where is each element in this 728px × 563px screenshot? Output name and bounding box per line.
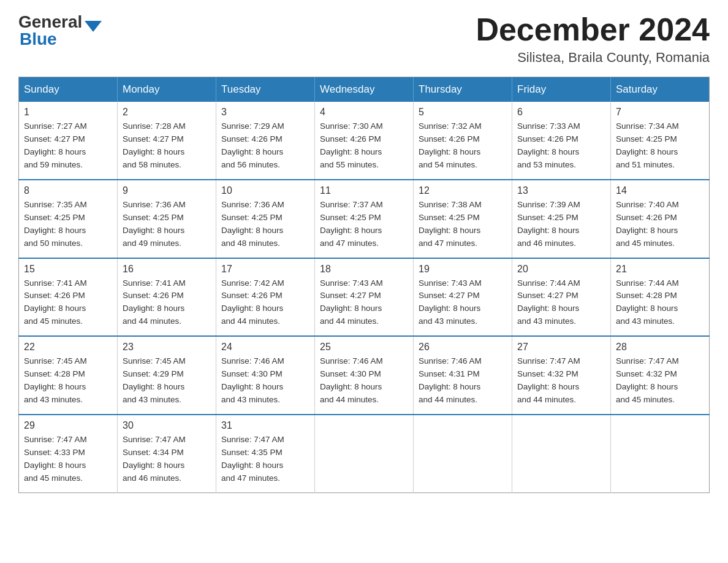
- day-number: 11: [320, 185, 408, 196]
- day-number: 5: [419, 107, 507, 118]
- day-number: 10: [221, 185, 309, 196]
- calendar-day-cell: 1 Sunrise: 7:27 AM Sunset: 4:27 PM Dayli…: [19, 102, 118, 180]
- calendar-day-cell: 6 Sunrise: 7:33 AM Sunset: 4:26 PM Dayli…: [512, 102, 611, 180]
- day-number: 22: [24, 342, 112, 353]
- day-info: Sunrise: 7:38 AM Sunset: 4:25 PM Dayligh…: [419, 199, 507, 250]
- day-info: Sunrise: 7:41 AM Sunset: 4:26 PM Dayligh…: [123, 277, 211, 329]
- day-number: 27: [517, 342, 605, 353]
- day-info: Sunrise: 7:44 AM Sunset: 4:28 PM Dayligh…: [616, 277, 704, 329]
- calendar-day-cell: 30 Sunrise: 7:47 AM Sunset: 4:34 PM Dayl…: [118, 415, 216, 492]
- day-of-week-header: Thursday: [414, 77, 512, 102]
- day-info: Sunrise: 7:45 AM Sunset: 4:28 PM Dayligh…: [24, 355, 112, 407]
- day-info: Sunrise: 7:46 AM Sunset: 4:31 PM Dayligh…: [419, 355, 507, 407]
- day-info: Sunrise: 7:37 AM Sunset: 4:25 PM Dayligh…: [320, 199, 408, 250]
- day-number: 19: [419, 264, 507, 275]
- calendar-week-row: 1 Sunrise: 7:27 AM Sunset: 4:27 PM Dayli…: [19, 102, 710, 180]
- day-number: 9: [123, 185, 211, 196]
- day-info: Sunrise: 7:39 AM Sunset: 4:25 PM Dayligh…: [517, 199, 605, 250]
- calendar-week-row: 29 Sunrise: 7:47 AM Sunset: 4:33 PM Dayl…: [19, 415, 710, 492]
- day-info: Sunrise: 7:47 AM Sunset: 4:35 PM Dayligh…: [221, 434, 309, 485]
- day-info: Sunrise: 7:33 AM Sunset: 4:26 PM Dayligh…: [517, 120, 605, 172]
- day-of-week-header: Sunday: [19, 77, 118, 102]
- calendar-week-row: 15 Sunrise: 7:41 AM Sunset: 4:26 PM Dayl…: [19, 258, 710, 337]
- calendar-day-cell: [315, 415, 414, 492]
- day-number: 21: [616, 264, 704, 275]
- day-info: Sunrise: 7:42 AM Sunset: 4:26 PM Dayligh…: [221, 277, 309, 329]
- day-info: Sunrise: 7:35 AM Sunset: 4:25 PM Dayligh…: [24, 199, 112, 250]
- day-number: 8: [24, 185, 112, 196]
- calendar-day-cell: 13 Sunrise: 7:39 AM Sunset: 4:25 PM Dayl…: [512, 180, 611, 258]
- calendar-day-cell: 10 Sunrise: 7:36 AM Sunset: 4:25 PM Dayl…: [216, 180, 315, 258]
- day-number: 13: [517, 185, 605, 196]
- day-info: Sunrise: 7:44 AM Sunset: 4:27 PM Dayligh…: [517, 277, 605, 329]
- day-number: 25: [320, 342, 408, 353]
- calendar-day-cell: 28 Sunrise: 7:47 AM Sunset: 4:32 PM Dayl…: [611, 336, 710, 415]
- day-number: 24: [221, 342, 309, 353]
- day-number: 23: [123, 342, 211, 353]
- day-info: Sunrise: 7:43 AM Sunset: 4:27 PM Dayligh…: [419, 277, 507, 329]
- day-number: 30: [123, 420, 211, 431]
- calendar-day-cell: 8 Sunrise: 7:35 AM Sunset: 4:25 PM Dayli…: [19, 180, 118, 258]
- calendar-day-cell: 21 Sunrise: 7:44 AM Sunset: 4:28 PM Dayl…: [611, 258, 710, 337]
- calendar-day-cell: 27 Sunrise: 7:47 AM Sunset: 4:32 PM Dayl…: [512, 336, 611, 415]
- calendar-day-cell: 5 Sunrise: 7:32 AM Sunset: 4:26 PM Dayli…: [414, 102, 512, 180]
- calendar-day-cell: 20 Sunrise: 7:44 AM Sunset: 4:27 PM Dayl…: [512, 258, 611, 337]
- day-number: 12: [419, 185, 507, 196]
- calendar-day-cell: 19 Sunrise: 7:43 AM Sunset: 4:27 PM Dayl…: [414, 258, 512, 337]
- day-info: Sunrise: 7:32 AM Sunset: 4:26 PM Dayligh…: [419, 120, 507, 172]
- calendar-day-cell: 23 Sunrise: 7:45 AM Sunset: 4:29 PM Dayl…: [118, 336, 216, 415]
- calendar-header: SundayMondayTuesdayWednesdayThursdayFrid…: [19, 77, 710, 102]
- day-number: 20: [517, 264, 605, 275]
- calendar-day-cell: 11 Sunrise: 7:37 AM Sunset: 4:25 PM Dayl…: [315, 180, 414, 258]
- calendar-day-cell: 14 Sunrise: 7:40 AM Sunset: 4:26 PM Dayl…: [611, 180, 710, 258]
- day-number: 31: [221, 420, 309, 431]
- days-of-week-row: SundayMondayTuesdayWednesdayThursdayFrid…: [19, 77, 710, 102]
- day-info: Sunrise: 7:36 AM Sunset: 4:25 PM Dayligh…: [123, 199, 211, 250]
- day-info: Sunrise: 7:47 AM Sunset: 4:32 PM Dayligh…: [517, 355, 605, 407]
- day-info: Sunrise: 7:28 AM Sunset: 4:27 PM Dayligh…: [123, 120, 211, 172]
- calendar-day-cell: 12 Sunrise: 7:38 AM Sunset: 4:25 PM Dayl…: [414, 180, 512, 258]
- day-info: Sunrise: 7:43 AM Sunset: 4:27 PM Dayligh…: [320, 277, 408, 329]
- day-of-week-header: Friday: [512, 77, 611, 102]
- location-title: Silistea, Braila County, Romania: [476, 50, 710, 66]
- day-number: 15: [24, 264, 112, 275]
- calendar-day-cell: 29 Sunrise: 7:47 AM Sunset: 4:33 PM Dayl…: [19, 415, 118, 492]
- calendar-table: SundayMondayTuesdayWednesdayThursdayFrid…: [18, 77, 710, 492]
- day-number: 17: [221, 264, 309, 275]
- page-header: General Blue December 2024 Silistea, Bra…: [18, 12, 710, 66]
- day-of-week-header: Wednesday: [315, 77, 414, 102]
- day-info: Sunrise: 7:47 AM Sunset: 4:33 PM Dayligh…: [24, 434, 112, 485]
- day-number: 6: [517, 107, 605, 118]
- day-of-week-header: Tuesday: [216, 77, 315, 102]
- day-number: 4: [320, 107, 408, 118]
- day-info: Sunrise: 7:46 AM Sunset: 4:30 PM Dayligh…: [320, 355, 408, 407]
- calendar-day-cell: 9 Sunrise: 7:36 AM Sunset: 4:25 PM Dayli…: [118, 180, 216, 258]
- day-of-week-header: Saturday: [611, 77, 710, 102]
- calendar-day-cell: 7 Sunrise: 7:34 AM Sunset: 4:25 PM Dayli…: [611, 102, 710, 180]
- day-info: Sunrise: 7:29 AM Sunset: 4:26 PM Dayligh…: [221, 120, 309, 172]
- day-number: 18: [320, 264, 408, 275]
- calendar-day-cell: [611, 415, 710, 492]
- day-info: Sunrise: 7:46 AM Sunset: 4:30 PM Dayligh…: [221, 355, 309, 407]
- calendar-body: 1 Sunrise: 7:27 AM Sunset: 4:27 PM Dayli…: [19, 102, 710, 492]
- day-info: Sunrise: 7:41 AM Sunset: 4:26 PM Dayligh…: [24, 277, 112, 329]
- calendar-day-cell: 3 Sunrise: 7:29 AM Sunset: 4:26 PM Dayli…: [216, 102, 315, 180]
- day-info: Sunrise: 7:47 AM Sunset: 4:34 PM Dayligh…: [123, 434, 211, 485]
- day-of-week-header: Monday: [118, 77, 216, 102]
- day-info: Sunrise: 7:47 AM Sunset: 4:32 PM Dayligh…: [616, 355, 704, 407]
- calendar-week-row: 22 Sunrise: 7:45 AM Sunset: 4:28 PM Dayl…: [19, 336, 710, 415]
- day-info: Sunrise: 7:36 AM Sunset: 4:25 PM Dayligh…: [221, 199, 309, 250]
- day-info: Sunrise: 7:27 AM Sunset: 4:27 PM Dayligh…: [24, 120, 112, 172]
- day-number: 14: [616, 185, 704, 196]
- day-info: Sunrise: 7:40 AM Sunset: 4:26 PM Dayligh…: [616, 199, 704, 250]
- title-section: December 2024 Silistea, Braila County, R…: [476, 12, 710, 66]
- calendar-day-cell: [512, 415, 611, 492]
- calendar-day-cell: 25 Sunrise: 7:46 AM Sunset: 4:30 PM Dayl…: [315, 336, 414, 415]
- day-number: 1: [24, 107, 112, 118]
- day-number: 2: [123, 107, 211, 118]
- calendar-day-cell: 2 Sunrise: 7:28 AM Sunset: 4:27 PM Dayli…: [118, 102, 216, 180]
- day-number: 28: [616, 342, 704, 353]
- calendar-day-cell: 17 Sunrise: 7:42 AM Sunset: 4:26 PM Dayl…: [216, 258, 315, 337]
- logo-blue-text: Blue: [20, 29, 102, 49]
- calendar-day-cell: 24 Sunrise: 7:46 AM Sunset: 4:30 PM Dayl…: [216, 336, 315, 415]
